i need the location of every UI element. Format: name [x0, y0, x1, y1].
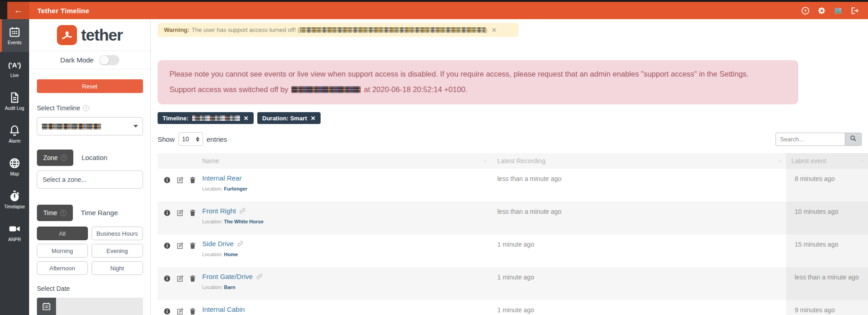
- tab-location[interactable]: Location: [73, 149, 116, 166]
- main-content: Warning: The user has support access tur…: [151, 19, 868, 315]
- time-filter-afternoon[interactable]: Afternoon: [37, 261, 88, 275]
- zone-select-input[interactable]: [37, 170, 143, 189]
- camera-name-link[interactable]: Front Gate/Drive: [202, 273, 253, 280]
- tab-time[interactable]: Time?: [37, 205, 73, 221]
- table-row: Internal Cabin Location: Barn 1 minute a…: [158, 300, 868, 315]
- sidebar-item-alarm[interactable]: Alarm: [0, 118, 29, 150]
- info-icon[interactable]: [163, 308, 171, 315]
- latest-recording-cell: 1 minute ago: [492, 267, 786, 300]
- column-header-actions: [158, 153, 197, 169]
- warning-text: The user has support access turned off! …: [192, 26, 300, 33]
- table-row: Front Gate/Drive Location: Barn 1 minute…: [158, 267, 868, 300]
- dark-mode-toggle[interactable]: [99, 55, 119, 65]
- column-header-latest-event[interactable]: Latest event↑↓: [786, 153, 868, 169]
- edit-icon[interactable]: [176, 176, 184, 184]
- back-button[interactable]: ←: [7, 2, 29, 19]
- sidebar-item-events[interactable]: Events: [0, 19, 29, 52]
- latest-recording-cell: 1 minute ago: [492, 300, 786, 315]
- dark-mode-label: Dark Mode: [60, 56, 93, 64]
- latest-event-cell: 9 minutes ago: [786, 300, 868, 315]
- tab-time-range[interactable]: Time Range: [73, 204, 126, 221]
- calendar-button[interactable]: [37, 298, 56, 315]
- sidebar-item-live[interactable]: ('A') Live: [0, 52, 29, 85]
- filter-chip-duration-smart[interactable]: Duration: Smart ✕: [257, 112, 321, 124]
- video-camera-icon: [9, 223, 20, 235]
- camera-name-link[interactable]: Internal Rear: [202, 174, 242, 182]
- sidebar-item-timelapse[interactable]: Timelapse: [0, 183, 29, 216]
- search-icon: [850, 135, 857, 143]
- column-header-latest-recording[interactable]: Latest Recording↑↓: [492, 153, 786, 169]
- help-icon[interactable]: ?: [801, 6, 810, 15]
- close-icon[interactable]: ✕: [491, 26, 497, 34]
- trash-icon[interactable]: [189, 176, 196, 184]
- edit-icon[interactable]: [176, 242, 184, 249]
- latest-recording-cell: less than a minute ago: [492, 201, 786, 234]
- trash-icon[interactable]: [189, 275, 196, 282]
- trash-icon[interactable]: [189, 308, 196, 315]
- sort-icon[interactable]: ↑↓: [860, 159, 863, 163]
- link-icon: [237, 240, 244, 247]
- help-circle-icon: ?: [83, 105, 89, 111]
- sidebar-item-map[interactable]: Map: [0, 150, 29, 183]
- chevron-down-icon: [133, 125, 138, 128]
- table-row: Internal Rear Location: Furlonger less t…: [158, 169, 868, 201]
- column-header-name[interactable]: Name↑↓: [197, 153, 492, 169]
- table-header: Name↑↓ Latest Recording↑↓ Latest event↑↓: [158, 153, 868, 169]
- filter-chips: Timeline: ✕ Duration: Smart ✕: [158, 112, 868, 124]
- warning-prefix: Warning:: [164, 26, 189, 33]
- edit-icon[interactable]: [176, 209, 184, 217]
- timeline-dropdown[interactable]: [37, 117, 143, 135]
- table-body: Internal Rear Location: Furlonger less t…: [158, 169, 868, 315]
- trash-icon[interactable]: [189, 242, 196, 249]
- select-timeline-label: Select Timeline: [37, 104, 80, 112]
- time-filter-business-hours[interactable]: Business Hours: [92, 227, 143, 240]
- time-filter-evening[interactable]: Evening: [92, 244, 143, 258]
- settings-gear-icon[interactable]: [817, 6, 826, 15]
- camera-name-link[interactable]: Front Right: [202, 207, 236, 215]
- info-icon[interactable]: [163, 209, 171, 217]
- svg-text:?: ?: [804, 8, 807, 13]
- info-icon[interactable]: [163, 242, 171, 249]
- filter-chip-timeline-[interactable]: Timeline: ✕: [158, 112, 254, 124]
- sort-icon[interactable]: ↑↓: [778, 159, 781, 163]
- redacted-admin-name: [291, 86, 361, 93]
- reset-button[interactable]: Reset: [37, 79, 143, 93]
- date-input[interactable]: [56, 298, 143, 315]
- chip-close-icon[interactable]: ✕: [311, 115, 316, 122]
- logout-icon[interactable]: [850, 6, 859, 15]
- toggle-knob: [100, 56, 109, 65]
- time-filter-night[interactable]: Night: [92, 261, 143, 275]
- screenshot-image-icon[interactable]: [834, 6, 842, 15]
- info-icon[interactable]: [163, 176, 171, 184]
- back-arrow-icon: ←: [14, 5, 23, 15]
- sort-icon[interactable]: ↑↓: [484, 159, 486, 163]
- calendar-icon: [42, 302, 51, 312]
- latest-event-cell: less than a minute ago: [786, 267, 868, 300]
- document-icon: [9, 92, 20, 103]
- select-date-label: Select Date: [37, 285, 70, 292]
- time-filter-all[interactable]: All: [37, 227, 88, 240]
- sidebar-item-anpr[interactable]: ANPR: [0, 216, 29, 249]
- entries-per-page-select[interactable]: 10: [179, 132, 203, 146]
- tab-zone[interactable]: Zone?: [37, 150, 73, 166]
- help-circle-icon: ?: [60, 210, 66, 216]
- redacted-timeline-value: [42, 124, 101, 129]
- globe-icon: [9, 157, 20, 169]
- chip-close-icon[interactable]: ✕: [244, 115, 249, 122]
- edit-icon[interactable]: [176, 308, 184, 315]
- sidebar-item-audit-log[interactable]: Audit Log: [0, 85, 29, 118]
- top-bar-corner: [0, 2, 7, 19]
- link-icon: [256, 273, 263, 280]
- trash-icon[interactable]: [189, 209, 196, 217]
- info-icon[interactable]: [163, 275, 171, 282]
- support-access-notice: Please note you cannot see events or liv…: [158, 60, 798, 104]
- latest-event-cell: 10 minutes ago: [786, 201, 868, 234]
- search-input[interactable]: [776, 133, 845, 146]
- time-filter-morning[interactable]: Morning: [37, 244, 88, 258]
- edit-icon[interactable]: [176, 275, 184, 282]
- camera-name-link[interactable]: Side Drive: [202, 240, 234, 248]
- top-bar: ← Tether Timeline ?: [0, 2, 868, 19]
- help-circle-icon: ?: [61, 155, 67, 161]
- camera-name-link[interactable]: Internal Cabin: [202, 305, 245, 313]
- search-button[interactable]: [845, 133, 862, 146]
